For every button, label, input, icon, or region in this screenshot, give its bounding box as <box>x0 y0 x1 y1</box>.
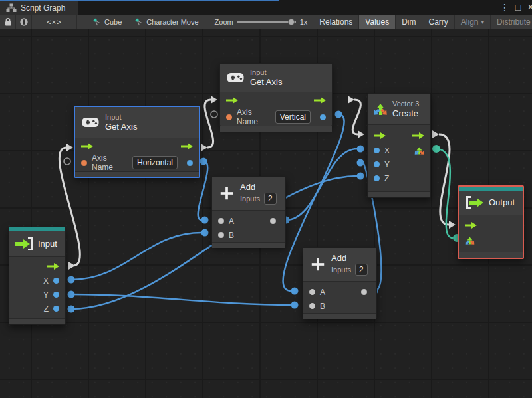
value-port-horizontal-axisname-unconnected[interactable] <box>64 158 70 165</box>
param-label: Axis Name <box>92 153 128 172</box>
vector3-port-icon[interactable] <box>414 146 424 155</box>
float-port-icon[interactable] <box>374 161 380 167</box>
distribute-dropdown[interactable]: Distribute ▾ <box>491 15 532 29</box>
axis-name-input[interactable]: Vertical <box>275 110 311 124</box>
value-port-icon[interactable] <box>309 289 315 295</box>
node-graph-input[interactable]: Input X Y Z <box>9 227 66 325</box>
value-port-icon[interactable] <box>218 218 224 224</box>
float-port-icon[interactable] <box>53 306 59 312</box>
result-port-icon[interactable] <box>270 218 276 224</box>
tab-title: Script Graph <box>21 3 65 13</box>
unity-script-graph-window: Script Graph ⋮ □ × <×> <box>0 0 532 398</box>
node-get-axis-horizontal[interactable]: Input Get Axis Axis Name Horizontal <box>74 106 200 177</box>
control-port-out-graph-input[interactable] <box>68 262 75 270</box>
value-port-add2-a[interactable] <box>291 288 299 295</box>
value-port-vector3-z[interactable] <box>357 173 364 180</box>
node-category: Input <box>105 112 137 122</box>
breadcrumb-label: Character Move <box>146 18 198 26</box>
node-footer <box>459 252 523 258</box>
value-port-input-z[interactable] <box>68 306 75 313</box>
breadcrumb-cube[interactable]: Cube <box>86 18 128 26</box>
string-port-icon[interactable] <box>226 114 232 120</box>
zoom-value: 1x <box>300 18 308 26</box>
node-footer <box>75 171 199 177</box>
port-label: X <box>43 276 49 286</box>
value-port-vertical-out[interactable] <box>335 111 342 118</box>
value-port-input-y[interactable] <box>68 291 75 298</box>
float-port-icon[interactable] <box>53 292 59 298</box>
info-button[interactable] <box>16 15 32 29</box>
relations-button[interactable]: Relations <box>313 15 359 29</box>
control-flow-arrow-icon <box>374 132 386 139</box>
graph-node-icon <box>135 18 143 26</box>
info-icon <box>19 17 29 27</box>
float-port-icon[interactable] <box>53 278 59 284</box>
value-port-vector3-y[interactable] <box>357 159 364 167</box>
control-flow-arrow-icon <box>465 222 477 229</box>
gamepad-icon <box>227 72 244 83</box>
align-dropdown[interactable]: Align ▾ <box>455 15 491 29</box>
zoom-slider[interactable] <box>237 19 296 25</box>
zoom-slider-handle[interactable] <box>288 19 295 25</box>
graph-output-icon <box>464 196 484 209</box>
window-close-button[interactable]: × <box>525 1 532 14</box>
control-port-in-getaxis-vertical[interactable] <box>211 96 217 104</box>
value-port-add2-b[interactable] <box>291 302 299 309</box>
float-port-icon[interactable] <box>320 114 326 120</box>
value-port-add1-a[interactable] <box>201 217 209 224</box>
node-title: Get Axis <box>250 77 282 88</box>
port-label: Y <box>43 290 49 300</box>
float-port-icon[interactable] <box>374 148 380 153</box>
node-footer <box>303 313 376 319</box>
param-label: Axis Name <box>237 108 271 126</box>
control-port-in-graph-output[interactable] <box>449 221 456 229</box>
control-port-in-vector3[interactable] <box>358 130 364 138</box>
inputs-count-input[interactable]: 2 <box>355 264 368 276</box>
port-label: B <box>229 231 234 240</box>
node-vector3-create[interactable]: Vector 3 Create X <box>367 93 431 198</box>
graph-toolbar: <×> Cube Character Move Zoom 1x Re <box>0 15 532 29</box>
axis-name-input[interactable]: Horizontal <box>132 156 178 169</box>
dim-button[interactable]: Dim <box>396 15 422 29</box>
control-flow-arrow-icon <box>81 143 93 149</box>
tab-script-graph[interactable]: Script Graph <box>0 1 78 15</box>
control-port-in-getaxis-horizontal[interactable] <box>66 144 73 151</box>
control-flow-arrow-icon <box>226 97 238 104</box>
window-menu-button[interactable]: ⋮ <box>499 1 511 14</box>
zoom-slider-track <box>237 21 296 23</box>
value-port-icon[interactable] <box>309 303 315 309</box>
carry-button[interactable]: Carry <box>422 15 454 29</box>
port-label: A <box>229 217 234 226</box>
float-port-icon[interactable] <box>374 175 380 181</box>
float-port-icon[interactable] <box>187 160 193 166</box>
window-maximize-button[interactable]: □ <box>512 1 524 14</box>
inputs-count-input[interactable]: 2 <box>264 193 277 205</box>
value-port-vertical-axisname-unconnected[interactable] <box>211 111 217 118</box>
value-port-vector3-x[interactable] <box>357 146 364 153</box>
inputs-label: Inputs <box>331 265 351 274</box>
value-port-horizontal-out[interactable] <box>200 158 207 165</box>
code-view-button[interactable]: <×> <box>32 15 77 29</box>
control-port-out-getaxis-vertical[interactable] <box>348 96 354 104</box>
graph-canvas[interactable]: Input Get Axis Axis Name Vertical <box>0 29 532 398</box>
lock-icon <box>4 17 12 27</box>
breadcrumb-character-move[interactable]: Character Move <box>128 18 205 26</box>
node-footer <box>9 318 65 324</box>
values-button[interactable]: Values <box>359 15 396 29</box>
control-port-out-getaxis-horizontal[interactable] <box>201 144 207 151</box>
vector3-port-icon[interactable] <box>465 235 475 245</box>
node-graph-output[interactable]: Output <box>458 185 524 259</box>
string-port-icon[interactable] <box>81 160 87 166</box>
lock-button[interactable] <box>0 15 16 29</box>
port-label: B <box>320 302 325 311</box>
node-get-axis-vertical[interactable]: Input Get Axis Axis Name Vertical <box>219 63 332 126</box>
control-port-out-vector3[interactable] <box>432 130 439 138</box>
result-port-icon[interactable] <box>361 289 367 295</box>
value-port-icon[interactable] <box>218 232 224 238</box>
node-title: Output <box>489 197 515 208</box>
node-add-bottom[interactable]: Add Inputs 2 A B <box>303 247 377 319</box>
value-port-input-x[interactable] <box>68 276 75 284</box>
value-port-add1-b[interactable] <box>201 229 209 237</box>
node-add-top[interactable]: Add Inputs 2 A B <box>211 176 286 246</box>
value-port-vector3-out[interactable] <box>432 145 440 153</box>
